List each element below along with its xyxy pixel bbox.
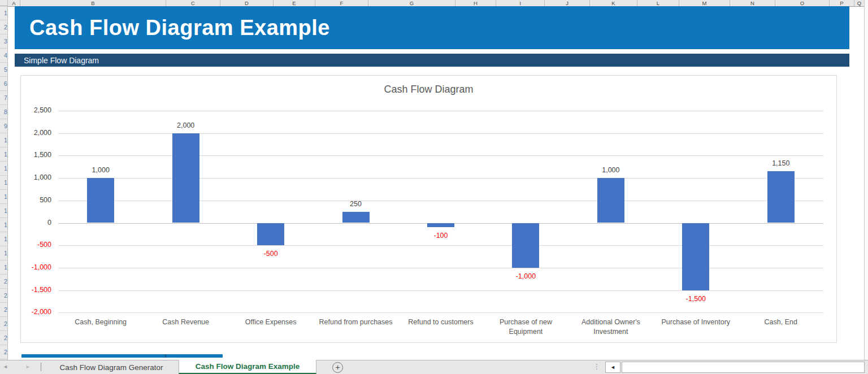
add-sheet-button[interactable]: + — [332, 362, 343, 373]
category-label: Refund to customers — [399, 318, 483, 327]
bar-refund-to-customers[interactable] — [427, 223, 454, 228]
row-header-5[interactable]: 5 — [0, 63, 8, 77]
column-header-B[interactable]: B — [20, 0, 166, 6]
row-header-22[interactable]: 22 — [0, 303, 8, 317]
bar-cash-end[interactable] — [767, 171, 795, 223]
row-number: 11 — [4, 151, 8, 158]
row-header-19[interactable]: 19 — [0, 260, 8, 275]
row-header-15[interactable]: 15 — [0, 204, 8, 218]
bar-office-expenses[interactable] — [257, 223, 284, 246]
row-headers: 1234567891011121314151617181920212223242… — [0, 6, 8, 360]
row-number: 15 — [4, 207, 8, 214]
row-number: 8 — [4, 108, 7, 115]
column-header-E[interactable]: E — [274, 0, 315, 6]
bar-additional-owner-s-investment[interactable] — [597, 178, 624, 223]
row-header-21[interactable]: 21 — [0, 289, 8, 303]
row-number: 22 — [4, 306, 8, 313]
row-header-17[interactable]: 17 — [0, 232, 8, 246]
cell-divider — [165, 354, 166, 358]
category-label: Additional Owner's Investment — [569, 318, 653, 337]
bar-cash-revenue[interactable] — [172, 133, 199, 223]
row-number: 5 — [4, 66, 7, 73]
column-header-F[interactable]: F — [315, 0, 368, 6]
column-header-J[interactable]: J — [545, 0, 590, 6]
tab-divider — [41, 363, 41, 371]
tab-scrollbar-splitter[interactable]: ⋮ — [593, 363, 601, 371]
column-header-G[interactable]: G — [368, 0, 455, 6]
column-header-O[interactable]: O — [775, 0, 830, 6]
data-label: 1,150 — [756, 159, 806, 167]
row-header-2[interactable]: 2 — [0, 20, 8, 34]
vertical-scrollbar[interactable] — [864, 0, 868, 360]
worksheet-title-banner: Cash Flow Diagram Example — [15, 6, 849, 49]
bar-purchase-of-new-equipment[interactable] — [512, 223, 539, 268]
y-axis-tick-label: 2,500 — [21, 106, 51, 114]
category-label: Refund from purchases — [314, 318, 398, 327]
row-number: 13 — [4, 179, 8, 186]
row-header-1[interactable]: 1 — [0, 6, 8, 20]
row-header-14[interactable]: 14 — [0, 190, 8, 204]
bar-purchase-of-inventory[interactable] — [682, 223, 709, 290]
row-number: 20 — [4, 278, 8, 285]
row-header-18[interactable]: 18 — [0, 246, 8, 260]
column-header-P[interactable]: P — [830, 0, 854, 6]
row-header-6[interactable]: 6 — [0, 77, 8, 91]
select-all-corner[interactable] — [0, 0, 8, 6]
row-header-11[interactable]: 11 — [0, 147, 8, 162]
column-header-N[interactable]: N — [730, 0, 775, 6]
sheet-tab-cash-flow-diagram-example[interactable]: Cash Flow Diagram Example — [179, 360, 316, 374]
next-section-banner-edge — [21, 354, 223, 358]
row-header-10[interactable]: 10 — [0, 133, 8, 147]
column-header-A[interactable]: A — [8, 0, 20, 6]
row-header-12[interactable]: 12 — [0, 162, 8, 176]
row-number: 12 — [4, 165, 8, 172]
gridline — [58, 312, 823, 313]
hscroll-left-button[interactable]: ◄ — [605, 362, 620, 373]
column-header-D[interactable]: D — [220, 0, 274, 6]
bar-refund-from-purchases[interactable] — [342, 212, 370, 223]
row-header-9[interactable]: 9 — [0, 119, 8, 133]
row-header-3[interactable]: 3 — [0, 34, 8, 49]
row-header-4[interactable]: 4 — [0, 49, 8, 63]
y-axis-tick-label: 1,000 — [21, 173, 51, 181]
row-header-24[interactable]: 24 — [0, 331, 8, 345]
row-number: 4 — [4, 52, 7, 59]
row-header-23[interactable]: 23 — [0, 317, 8, 331]
hscroll-thumb[interactable] — [622, 362, 865, 373]
column-header-M[interactable]: M — [679, 0, 730, 6]
tab-nav-left-icon[interactable]: ◄ — [3, 364, 8, 369]
column-header-K[interactable]: K — [590, 0, 637, 6]
tab-nav-right-icon[interactable]: ► — [25, 364, 31, 369]
sheet-tab-cash-flow-diagram-generator[interactable]: Cash Flow Diagram Generator — [44, 360, 179, 374]
row-header-16[interactable]: 16 — [0, 218, 8, 232]
data-label: 2,000 — [160, 121, 211, 129]
cash-flow-chart[interactable]: Cash Flow Diagram 2,5002,0001,5001,00050… — [20, 75, 837, 343]
row-number: 16 — [4, 221, 8, 228]
column-header-I[interactable]: I — [496, 0, 545, 6]
row-header-7[interactable]: 7 — [0, 91, 8, 105]
gridline — [58, 290, 823, 291]
column-header-C[interactable]: C — [166, 0, 220, 6]
row-header-20[interactable]: 20 — [0, 275, 8, 289]
section-header-banner: Simple Flow Diagram — [15, 54, 849, 67]
gridline — [58, 111, 823, 111]
bar-cash-beginning[interactable] — [87, 178, 114, 223]
category-label: Purchase of Inventory — [654, 318, 737, 327]
data-label: -1,500 — [670, 295, 721, 303]
data-label: 250 — [331, 200, 381, 208]
row-number: 3 — [4, 38, 7, 45]
y-axis-tick-label: 2,000 — [21, 129, 51, 137]
row-number: 6 — [4, 80, 7, 87]
column-header-Q[interactable]: Q — [854, 0, 865, 6]
row-header-8[interactable]: 8 — [0, 105, 8, 119]
data-label: 1,000 — [75, 166, 126, 174]
row-number: 23 — [4, 320, 8, 327]
column-header-L[interactable]: L — [637, 0, 679, 6]
row-number: 19 — [4, 264, 8, 271]
row-header-13[interactable]: 13 — [0, 176, 8, 190]
row-header-25[interactable]: 25 — [0, 345, 8, 359]
y-axis-tick-label: -1,000 — [21, 263, 51, 271]
column-header-H[interactable]: H — [455, 0, 496, 6]
y-axis-tick-label: 1,500 — [21, 151, 51, 159]
sheet-tab-bar: ◄ ► Cash Flow Diagram GeneratorCash Flow… — [0, 360, 868, 374]
